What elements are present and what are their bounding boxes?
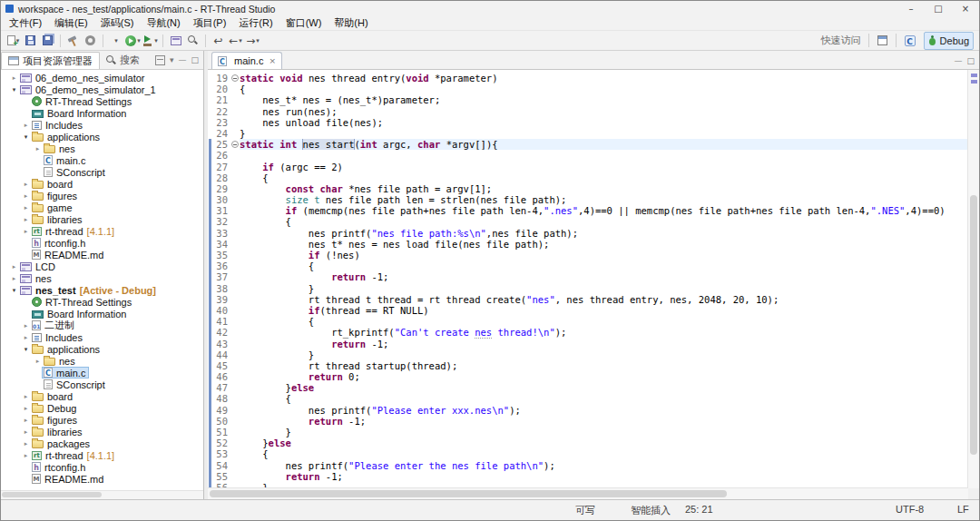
tab-main-c[interactable]: main.c × bbox=[211, 52, 282, 69]
menu-item-edit[interactable]: 编辑(E) bbox=[48, 16, 94, 30]
quick-access-button[interactable]: 快速访问 bbox=[818, 34, 865, 47]
scrollbar-thumb[interactable] bbox=[2, 492, 102, 497]
code-line-28[interactable]: 28 { bbox=[208, 172, 968, 183]
code-line-29[interactable]: 29 const char *nes_file_path = argv[1]; bbox=[208, 183, 968, 194]
expand-arrow-icon[interactable]: ▸ bbox=[22, 322, 30, 329]
code-line-24[interactable]: 24} bbox=[208, 128, 968, 139]
tree-item-item-21[interactable]: ▸二进制 bbox=[1, 319, 203, 331]
expand-arrow-icon[interactable]: ▾ bbox=[10, 287, 18, 294]
tree-item-libraries[interactable]: ▸libraries bbox=[1, 426, 203, 437]
code-line-37[interactable]: 37 return -1; bbox=[208, 271, 968, 282]
code-line-52[interactable]: 52 }else bbox=[208, 437, 968, 448]
code-line-21[interactable]: 21 nes_t* nes = (nes_t*)parameter; bbox=[208, 94, 968, 105]
code-line-51[interactable]: 51 } bbox=[208, 427, 968, 437]
save-button[interactable] bbox=[23, 33, 38, 49]
overview-annotation-mark[interactable] bbox=[971, 80, 977, 84]
tree-item-lcd[interactable]: ▸LCD bbox=[1, 260, 203, 272]
code-line-40[interactable]: 40 if(thread == RT_NULL) bbox=[208, 305, 968, 316]
tree-item-rt-thread-settings[interactable]: RT-Thread Settings bbox=[1, 296, 203, 308]
build-button[interactable] bbox=[65, 33, 81, 49]
tree-item-figures[interactable]: ▸figures bbox=[1, 190, 203, 202]
code-line-42[interactable]: 42 rt_kprintf("Can't create nes thread!\… bbox=[208, 327, 968, 338]
external-tools-button[interactable]: ▾ bbox=[142, 33, 158, 49]
view-menu-icon[interactable]: ▾ bbox=[170, 56, 174, 64]
expand-arrow-icon[interactable]: ▸ bbox=[22, 122, 30, 129]
search-button[interactable] bbox=[185, 33, 201, 49]
tree-item-board-information[interactable]: Board Information bbox=[1, 107, 203, 119]
forward-button[interactable]: →▾ bbox=[245, 33, 260, 49]
code-line-22[interactable]: 22 nes_run(nes); bbox=[208, 106, 968, 117]
code-line-36[interactable]: 36 { bbox=[208, 260, 968, 271]
tree-item-includes[interactable]: ▸Includes bbox=[1, 331, 203, 343]
expand-arrow-icon[interactable]: ▸ bbox=[22, 192, 30, 200]
expand-arrow-icon[interactable]: ▸ bbox=[22, 181, 30, 188]
code-line-26[interactable]: 26 bbox=[208, 150, 968, 161]
code-line-30[interactable]: 30 size_t nes_file_path_len = strlen(nes… bbox=[208, 194, 968, 205]
expand-arrow-icon[interactable]: ▸ bbox=[22, 393, 30, 400]
last-edit-button[interactable]: ↩ bbox=[211, 33, 226, 49]
expand-arrow-icon[interactable]: ▸ bbox=[22, 428, 30, 436]
code-line-47[interactable]: 47 }else bbox=[208, 382, 968, 393]
code-line-45[interactable]: 45 rt_thread_startup(thread); bbox=[208, 360, 968, 371]
horizontal-scrollbar[interactable] bbox=[208, 487, 968, 499]
code-line-34[interactable]: 34 nes_t* nes = nes_load_file(nes_file_p… bbox=[208, 239, 968, 250]
run-button[interactable]: ▾ bbox=[125, 33, 141, 49]
collapse-all-icon[interactable] bbox=[155, 55, 165, 65]
tree-item-main.c[interactable]: main.c bbox=[1, 154, 203, 166]
expand-arrow-icon[interactable]: ▸ bbox=[22, 452, 30, 459]
menu-item-help[interactable]: 帮助(H) bbox=[328, 16, 374, 30]
tree-item-libraries[interactable]: ▸libraries bbox=[1, 213, 203, 225]
expand-arrow-icon[interactable]: ▸ bbox=[22, 216, 30, 223]
minimize-button[interactable]: – bbox=[897, 1, 925, 16]
tree-item-debug[interactable]: ▸Debug bbox=[1, 402, 203, 414]
tree-item-readme.md[interactable]: README.md bbox=[1, 249, 203, 260]
expand-arrow-icon[interactable]: ▸ bbox=[10, 263, 18, 270]
tree-item-board[interactable]: ▸board bbox=[1, 178, 203, 190]
menu-item-window[interactable]: 窗口(W) bbox=[279, 16, 328, 30]
menu-item-run[interactable]: 运行(R) bbox=[232, 16, 279, 30]
code-line-35[interactable]: 35 if (!nes) bbox=[208, 250, 968, 260]
expand-arrow-icon[interactable]: ▸ bbox=[22, 417, 30, 424]
code-line-44[interactable]: 44 } bbox=[208, 349, 968, 360]
code-line-55[interactable]: 55 return -1; bbox=[208, 471, 968, 482]
menu-item-file[interactable]: 文件(F) bbox=[3, 16, 48, 30]
expand-arrow-icon[interactable]: ▸ bbox=[22, 228, 30, 235]
code-line-32[interactable]: 32 { bbox=[208, 216, 968, 227]
expand-arrow-icon[interactable]: ▾ bbox=[22, 346, 30, 353]
tree-item-rtconfig.h[interactable]: rtconfig.h bbox=[1, 237, 203, 249]
code-line-38[interactable]: 38 } bbox=[208, 283, 968, 294]
expand-arrow-icon[interactable]: ▸ bbox=[34, 358, 42, 365]
menu-item-project[interactable]: 项目(P) bbox=[187, 16, 233, 30]
expand-arrow-icon[interactable]: ▸ bbox=[22, 204, 30, 211]
scrollbar-thumb[interactable] bbox=[210, 490, 727, 497]
code-line-54[interactable]: 54 nes_printf("Please enter the nes file… bbox=[208, 460, 968, 471]
tree-item-board[interactable]: ▸board bbox=[1, 390, 203, 402]
menu-item-navigate[interactable]: 导航(N) bbox=[140, 16, 186, 30]
tree-item-nes[interactable]: ▸nes bbox=[1, 272, 203, 284]
tree-item-readme.md[interactable]: README.md bbox=[1, 473, 203, 485]
code-line-31[interactable]: 31 if (memcmp(nes_file_path+nes_file_pat… bbox=[208, 205, 968, 216]
tree-item-rtconfig.h[interactable]: rtconfig.h bbox=[1, 461, 203, 473]
save-all-button[interactable] bbox=[40, 33, 55, 49]
tree-item-board-information[interactable]: Board Information bbox=[1, 308, 203, 319]
tab-search[interactable]: 搜索 bbox=[100, 52, 146, 69]
vertical-scrollbar[interactable] bbox=[967, 70, 979, 488]
code-line-41[interactable]: 41 { bbox=[208, 316, 968, 327]
minimize-view-icon[interactable]: — bbox=[178, 56, 186, 64]
expand-arrow-icon[interactable]: ▸ bbox=[22, 405, 30, 412]
tree-item-rt-thread[interactable]: ▸rt-thread[4.1.1] bbox=[1, 225, 203, 237]
overview-annotation-mark[interactable] bbox=[971, 74, 977, 77]
tree-item-sconscript[interactable]: SConscript bbox=[1, 166, 203, 178]
maximize-button[interactable]: □ bbox=[925, 1, 952, 16]
close-button[interactable]: × bbox=[952, 1, 979, 16]
fold-toggle-icon[interactable] bbox=[230, 73, 240, 84]
code-line-39[interactable]: 39 rt_thread_t thread = rt_thread_create… bbox=[208, 294, 968, 305]
minimize-editor-icon[interactable]: — bbox=[954, 57, 962, 65]
expand-arrow-icon[interactable]: ▸ bbox=[10, 275, 18, 282]
expand-arrow-icon[interactable]: ▸ bbox=[34, 145, 42, 152]
tree-item-06_demo_nes_simulator[interactable]: ▸06_demo_nes_simulator bbox=[1, 72, 203, 84]
tree-item-figures[interactable]: ▸figures bbox=[1, 414, 203, 426]
scrollbar-thumb[interactable] bbox=[970, 195, 977, 455]
code-line-20[interactable]: 20{ bbox=[208, 84, 968, 94]
tab-project-explorer[interactable]: 项目资源管理器 bbox=[1, 52, 100, 69]
